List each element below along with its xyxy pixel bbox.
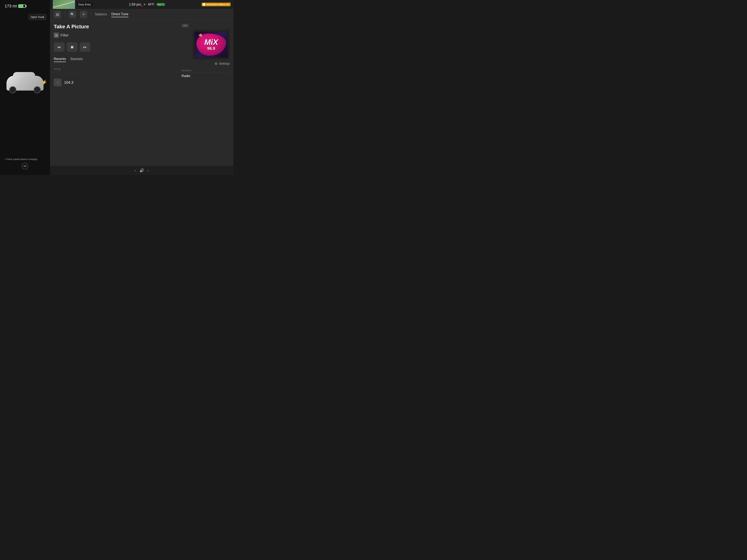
- temp-display: 64°F: [148, 3, 154, 6]
- settings-row[interactable]: ⚙ Settings: [214, 62, 230, 66]
- search-button[interactable]: 🔍: [69, 11, 76, 18]
- open-trunk-button[interactable]: Open Trunk: [29, 14, 46, 20]
- car-image-area: Open Trunk ⚡: [2, 8, 48, 156]
- car-wheel-right: [34, 86, 41, 93]
- bottom-panel: • Check unpaid balance charging HD: [2, 156, 48, 171]
- map-road-line: [53, 1, 75, 8]
- status-center: 1:59 pm ☀ 64°F AQI 71: [129, 3, 165, 6]
- filter-list-button[interactable]: ≡: [80, 11, 87, 18]
- battery-info: 173 mi: [2, 4, 48, 8]
- next-button[interactable]: ⏭: [80, 42, 91, 52]
- track-section: Take A Picture ▤ Filter ⏮ ⏹ ⏭: [54, 24, 182, 162]
- airbag-badge: PASSENGER AIRBAG OFF: [202, 3, 231, 6]
- status-right: PASSENGER AIRBAG OFF: [202, 3, 231, 6]
- media-content: Take A Picture ▤ Filter ⏮ ⏹ ⏭: [50, 20, 233, 166]
- chevron-left-icon[interactable]: ‹: [135, 168, 136, 172]
- easy-entry-badge: Easy Entry: [77, 3, 93, 6]
- menu-icon: ▤: [56, 12, 59, 17]
- tab-recents[interactable]: Recents: [54, 57, 66, 62]
- nav-tabs: Stations Direct Tune: [95, 11, 128, 17]
- tab-sources[interactable]: Sources: [70, 57, 83, 62]
- hd-badge: HD: [22, 163, 28, 169]
- prev-icon: ⏮: [57, 45, 61, 49]
- battery-fill: [19, 5, 23, 7]
- mix-station-name: MiX: [204, 38, 218, 46]
- now-playing-section: FM MiX 96.9 ⚙ Settings SOURCE: [182, 24, 230, 162]
- airbag-icon: [203, 3, 205, 6]
- track-filter-row: ▤ Filter: [54, 33, 182, 38]
- charging-alert: • Check unpaid balance charging: [5, 158, 45, 161]
- settings-icon: ⚙: [214, 62, 217, 66]
- time-display: 1:59 pm: [129, 3, 141, 6]
- content-tabs: Recents Sources: [54, 57, 182, 62]
- list-header: TITLE: [54, 66, 182, 72]
- charging-icon: ⚡: [41, 79, 47, 85]
- source-section: SOURCE Radio: [182, 70, 230, 78]
- red-indicator-dot: [141, 5, 143, 7]
- car-wheel-left: [9, 86, 16, 93]
- battery-miles: 173 mi: [5, 4, 17, 8]
- bottom-bar: ‹ 🔊 ›: [50, 166, 233, 175]
- car-side-panel: 173 mi Open Trunk ⚡ • Check unpaid balan…: [0, 0, 50, 175]
- stop-icon: ⏹: [70, 45, 74, 49]
- list-item-name: 104.3: [64, 80, 73, 85]
- filter-icon: ▤: [55, 34, 58, 37]
- list-items: 104.3: [54, 77, 182, 88]
- aqi-badge: AQI 71: [157, 3, 165, 6]
- nav-divider-1: [65, 12, 65, 17]
- source-value: Radio: [182, 74, 230, 78]
- playback-controls: ⏮ ⏹ ⏭: [54, 42, 182, 52]
- filter-list-icon: ≡: [83, 12, 85, 16]
- battery-icon: [18, 4, 26, 8]
- mix-splat-bg: MiX 96.9: [197, 33, 226, 56]
- nav-divider-2: [91, 12, 91, 17]
- airbag-label: PASSENGER AIRBAG OFF: [206, 3, 230, 5]
- volume-icon[interactable]: 🔊: [139, 168, 144, 172]
- status-left: Easy Entry: [53, 0, 93, 9]
- mix-logo-container: MiX 96.9: [195, 32, 228, 58]
- tab-stations[interactable]: Stations: [95, 12, 107, 17]
- chevron-right-icon[interactable]: ›: [148, 168, 149, 172]
- bottom-controls: HD: [5, 163, 45, 169]
- next-icon: ⏭: [83, 45, 87, 49]
- list-item[interactable]: 104.3: [54, 77, 182, 88]
- fm-badge: FM: [182, 24, 189, 28]
- prev-button[interactable]: ⏮: [54, 42, 65, 52]
- main-screen: Easy Entry 1:59 pm ☀ 64°F AQI 71 PASSENG…: [50, 0, 233, 175]
- settings-label: Settings: [219, 62, 230, 65]
- content-area: ▤ 🔍 ≡ Stations Direct Tune Take A Pictur…: [50, 9, 233, 166]
- mix-decorative-dots: [199, 35, 200, 36]
- menu-icon-button[interactable]: ▤: [54, 11, 61, 18]
- search-icon: 🔍: [70, 12, 75, 17]
- stop-button[interactable]: ⏹: [67, 42, 77, 52]
- filter-label: Filter: [60, 33, 69, 37]
- tab-direct-tune[interactable]: Direct Tune: [111, 11, 128, 17]
- status-bar: Easy Entry 1:59 pm ☀ 64°F AQI 71 PASSENG…: [50, 0, 233, 9]
- source-label: SOURCE: [182, 70, 230, 73]
- map-thumbnail[interactable]: [53, 0, 75, 9]
- station-logo: MiX 96.9: [193, 30, 230, 59]
- filter-icon-box: ▤: [54, 33, 59, 38]
- sun-icon: ☀: [143, 3, 146, 6]
- mix-station-freq: 96.9: [207, 46, 215, 51]
- track-title: Take A Picture: [54, 24, 182, 30]
- car-silhouette: [5, 70, 45, 94]
- list-item-thumbnail: [54, 79, 61, 86]
- list-column-title: TITLE: [54, 68, 60, 71]
- nav-bar: ▤ 🔍 ≡ Stations Direct Tune: [50, 9, 233, 20]
